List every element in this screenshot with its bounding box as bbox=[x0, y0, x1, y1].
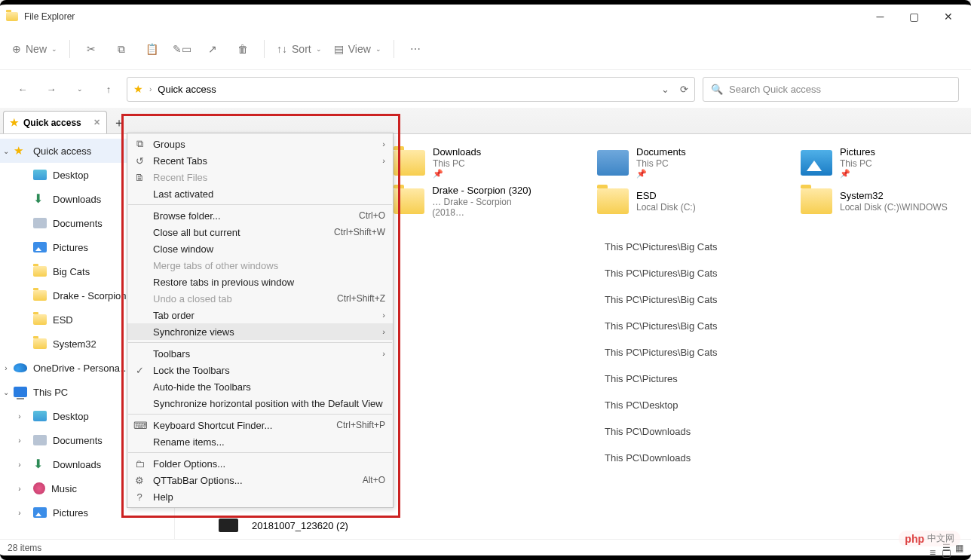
recent-path[interactable]: This PC\Pictures\Big Cats bbox=[605, 286, 963, 313]
chevron-icon: ⌄ bbox=[2, 147, 11, 155]
star-icon: ★ bbox=[133, 83, 143, 95]
menu-item[interactable]: ✓Lock the Toolbars bbox=[127, 362, 393, 378]
tab-close-icon[interactable]: ✕ bbox=[93, 118, 100, 127]
recent-path[interactable]: This PC\Pictures\Big Cats bbox=[605, 260, 963, 286]
back-button[interactable]: ← bbox=[12, 78, 33, 99]
more-button[interactable]: ⋯ bbox=[402, 35, 429, 63]
pc-icon bbox=[14, 387, 27, 397]
menu-item-label: QTTabBar Options... bbox=[153, 475, 243, 486]
address-bar[interactable]: ★ › Quick access ⌄ ⟳ bbox=[127, 77, 695, 102]
menu-item-label: Close window bbox=[153, 243, 213, 255]
delete-button[interactable]: 🗑 bbox=[229, 35, 256, 63]
desktop-icon bbox=[33, 411, 47, 421]
menu-item: Undo a closed tabCtrl+Shift+Z bbox=[127, 290, 393, 307]
tile-name: Pictures bbox=[840, 146, 875, 158]
folder-tile[interactable]: ESDLocal Disk (C:) bbox=[597, 185, 748, 218]
search-placeholder: Search Quick access bbox=[729, 84, 821, 95]
menu-item[interactable]: ?Help bbox=[127, 488, 393, 505]
cut-button[interactable]: ✂ bbox=[78, 35, 105, 63]
folder-tile[interactable]: DocumentsThis PC📌 bbox=[597, 146, 748, 179]
menu-item[interactable]: Browse folder...Ctrl+O bbox=[127, 207, 393, 224]
recent-path[interactable]: This PC\Desktop bbox=[605, 392, 963, 418]
menu-item[interactable]: Synchronize views› bbox=[127, 323, 393, 340]
menu-item-icon: ✓ bbox=[133, 365, 145, 376]
maximize-button[interactable]: ▢ bbox=[897, 5, 931, 28]
doc-icon bbox=[597, 150, 629, 176]
trash-icon: 🗑 bbox=[237, 43, 248, 55]
search-input[interactable]: 🔍 Search Quick access bbox=[703, 77, 959, 102]
minimize-button[interactable]: ─ bbox=[863, 5, 897, 28]
menu-shortcut: Ctrl+Shift+P bbox=[336, 420, 385, 430]
folder-tile[interactable]: PicturesThis PC📌 bbox=[801, 146, 951, 179]
list-item-label[interactable]: 20181007_123620 (2) bbox=[252, 520, 348, 531]
menu-item[interactable]: ⚙QTTabBar Options...Alt+O bbox=[127, 472, 393, 488]
up-button[interactable]: ↑ bbox=[98, 78, 119, 99]
menu-item[interactable]: ↺Recent Tabs› bbox=[127, 152, 393, 169]
menu-item[interactable]: Restore tabs in previous window bbox=[127, 274, 393, 290]
view-button[interactable]: ▤ View ⌄ bbox=[329, 35, 386, 63]
menu-item[interactable]: Auto-hide the Toolbars bbox=[127, 378, 393, 395]
menu-item[interactable]: Close window bbox=[127, 240, 393, 257]
folder-icon bbox=[801, 188, 832, 214]
context-menu[interactable]: ⧉Groups›↺Recent Tabs›🗎Recent FilesLast a… bbox=[127, 133, 394, 508]
paste-button[interactable]: 📋 bbox=[138, 35, 165, 63]
close-button[interactable]: ✕ bbox=[931, 5, 965, 28]
recent-path[interactable]: This PC\Downloads bbox=[605, 445, 963, 471]
search-icon: 🔍 bbox=[711, 84, 723, 95]
menu-item[interactable]: Close all but currentCtrl+Shift+W bbox=[127, 224, 393, 240]
navigation-bar: ← → ⌄ ↑ ★ › Quick access ⌄ ⟳ 🔍 Search Qu… bbox=[0, 70, 971, 108]
sort-button[interactable]: ↑↓ Sort ⌄ bbox=[272, 35, 326, 63]
recent-path[interactable]: This PC\Downloads bbox=[605, 418, 963, 445]
tile-name: Documents bbox=[636, 146, 686, 158]
status-bar: 28 items ☰ ▦ bbox=[0, 539, 971, 555]
titlebar: File Explorer ─ ▢ ✕ bbox=[0, 5, 971, 29]
recent-path[interactable]: This PC\Pictures\Big Cats bbox=[605, 313, 963, 339]
folder-tile[interactable]: System32Local Disk (C:)\WINDOWS bbox=[801, 185, 951, 218]
chevron-icon: › bbox=[15, 509, 24, 517]
menu-item[interactable]: ⌨Keyboard Shortcut Finder...Ctrl+Shift+P bbox=[127, 417, 393, 433]
menu-item[interactable]: 🗀Folder Options... bbox=[127, 455, 393, 472]
tile-sub: This PC bbox=[840, 158, 875, 169]
menu-item-label: Tab order bbox=[153, 310, 195, 321]
history-dropdown[interactable]: ⌄ bbox=[69, 78, 90, 99]
recent-path[interactable]: This PC\Pictures bbox=[605, 366, 963, 392]
menu-item-label: Rename items... bbox=[153, 436, 225, 448]
menu-item-label: Browse folder... bbox=[153, 210, 221, 222]
tile-sub: This PC bbox=[636, 158, 686, 169]
sidebar-item-label: Desktop bbox=[53, 411, 89, 422]
folder-tile[interactable]: Drake - Scorpion (320)… Drake - Scorpion… bbox=[394, 185, 544, 218]
pin-icon: 📌 bbox=[840, 169, 875, 179]
menu-item-label: Restore tabs in previous window bbox=[153, 277, 294, 288]
menu-item[interactable]: Toolbars› bbox=[127, 345, 393, 362]
folder-tile[interactable]: DownloadsThis PC📌 bbox=[394, 146, 544, 179]
forward-button[interactable]: → bbox=[41, 78, 62, 99]
plus-circle-icon: ⊕ bbox=[12, 43, 21, 55]
watermark: php 中文网 bbox=[899, 531, 960, 546]
menu-item-label: Toolbars bbox=[153, 348, 190, 360]
recent-path[interactable]: This PC\Pictures\Big Cats bbox=[605, 234, 963, 260]
view-icon: ▤ bbox=[334, 43, 344, 55]
recent-path[interactable]: This PC\Pictures\Big Cats bbox=[605, 339, 963, 366]
rename-button[interactable]: ✎▭ bbox=[168, 35, 196, 63]
address-dropdown-icon[interactable]: ⌄ bbox=[661, 84, 669, 95]
folder-icon bbox=[33, 290, 47, 301]
copy-button[interactable]: ⧉ bbox=[108, 35, 135, 63]
menu-item[interactable]: Rename items... bbox=[127, 433, 393, 450]
share-button[interactable]: ↗ bbox=[199, 35, 226, 63]
chevron-icon: › bbox=[15, 436, 24, 445]
doc-icon bbox=[33, 435, 47, 445]
menu-item[interactable]: ⧉Groups› bbox=[127, 136, 393, 152]
menu-item[interactable]: Tab order› bbox=[127, 307, 393, 323]
new-button[interactable]: ⊕ New ⌄ bbox=[8, 35, 62, 63]
refresh-icon[interactable]: ⟳ bbox=[680, 84, 688, 95]
menu-item[interactable]: Last activated bbox=[127, 185, 393, 202]
sidebar-item-label: Big Cats bbox=[53, 266, 90, 277]
menu-separator bbox=[128, 204, 392, 205]
menu-separator bbox=[128, 414, 392, 415]
tile-sub: Local Disk (C:)\WINDOWS bbox=[840, 202, 948, 213]
tab-quick-access[interactable]: ★ Quick access ✕ bbox=[3, 111, 107, 133]
menu-item-icon: 🗎 bbox=[133, 172, 145, 183]
tile-name: ESD bbox=[636, 190, 696, 202]
tile-sub: … Drake - Scorpion (2018… bbox=[432, 197, 544, 219]
menu-item[interactable]: Synchronize horizontal position with the… bbox=[127, 395, 393, 412]
